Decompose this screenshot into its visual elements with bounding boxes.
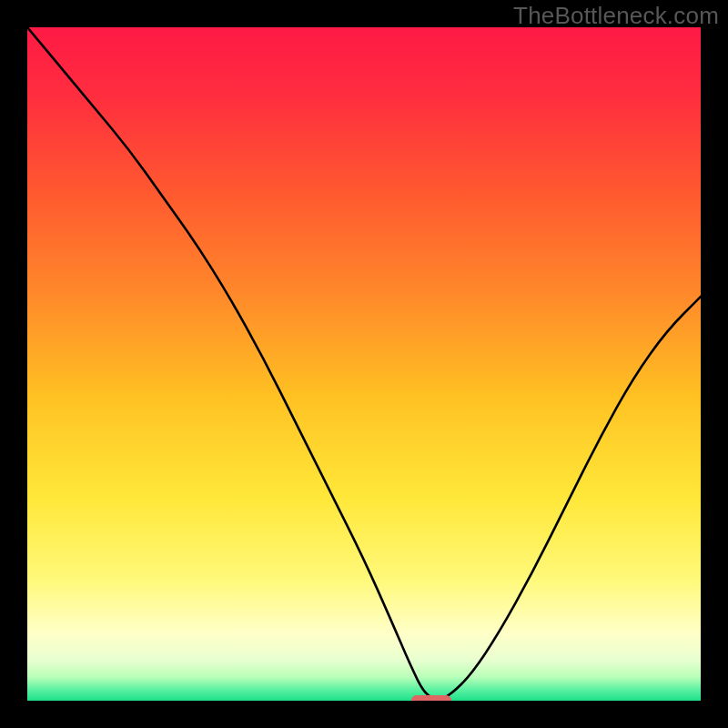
bottleneck-chart <box>27 27 701 701</box>
optimum-marker <box>411 695 451 701</box>
watermark-text: TheBottleneck.com <box>513 2 719 30</box>
plot-background <box>27 27 701 701</box>
chart-frame: TheBottleneck.com <box>0 0 728 728</box>
